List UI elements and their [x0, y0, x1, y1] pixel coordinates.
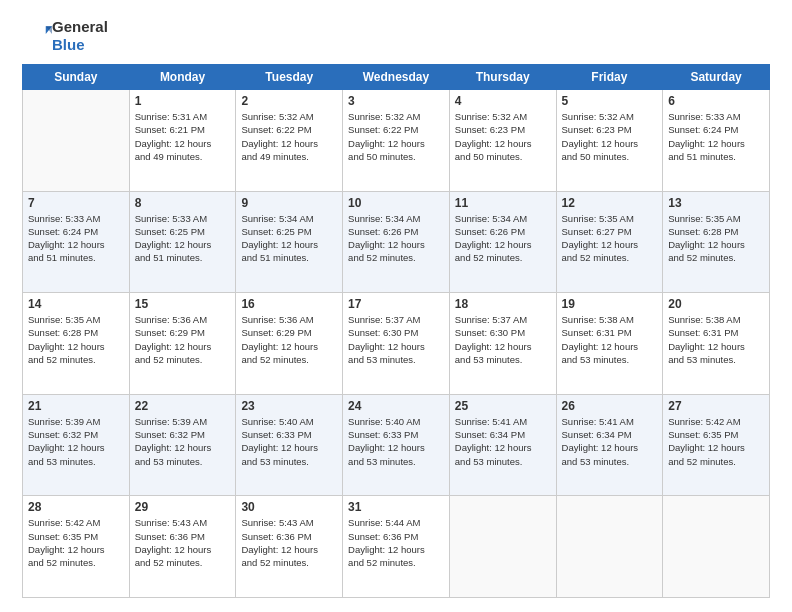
day-details: Sunrise: 5:34 AM Sunset: 6:25 PM Dayligh…	[241, 212, 337, 265]
calendar-cell: 9Sunrise: 5:34 AM Sunset: 6:25 PM Daylig…	[236, 191, 343, 293]
calendar-week-row: 21Sunrise: 5:39 AM Sunset: 6:32 PM Dayli…	[23, 394, 770, 496]
calendar-cell: 27Sunrise: 5:42 AM Sunset: 6:35 PM Dayli…	[663, 394, 770, 496]
calendar-cell: 11Sunrise: 5:34 AM Sunset: 6:26 PM Dayli…	[449, 191, 556, 293]
day-number: 1	[135, 94, 231, 108]
day-details: Sunrise: 5:38 AM Sunset: 6:31 PM Dayligh…	[668, 313, 764, 366]
col-header-sunday: Sunday	[23, 65, 130, 90]
calendar-cell: 20Sunrise: 5:38 AM Sunset: 6:31 PM Dayli…	[663, 293, 770, 395]
day-details: Sunrise: 5:37 AM Sunset: 6:30 PM Dayligh…	[348, 313, 444, 366]
logo-blue: Blue	[52, 36, 85, 53]
day-details: Sunrise: 5:43 AM Sunset: 6:36 PM Dayligh…	[241, 516, 337, 569]
day-number: 15	[135, 297, 231, 311]
day-number: 18	[455, 297, 551, 311]
day-number: 20	[668, 297, 764, 311]
logo: General Blue	[22, 18, 108, 54]
day-details: Sunrise: 5:36 AM Sunset: 6:29 PM Dayligh…	[241, 313, 337, 366]
calendar-cell: 22Sunrise: 5:39 AM Sunset: 6:32 PM Dayli…	[129, 394, 236, 496]
day-number: 3	[348, 94, 444, 108]
day-number: 9	[241, 196, 337, 210]
calendar-cell: 1Sunrise: 5:31 AM Sunset: 6:21 PM Daylig…	[129, 90, 236, 192]
day-number: 27	[668, 399, 764, 413]
col-header-thursday: Thursday	[449, 65, 556, 90]
day-details: Sunrise: 5:34 AM Sunset: 6:26 PM Dayligh…	[455, 212, 551, 265]
day-number: 17	[348, 297, 444, 311]
day-details: Sunrise: 5:39 AM Sunset: 6:32 PM Dayligh…	[135, 415, 231, 468]
day-details: Sunrise: 5:32 AM Sunset: 6:23 PM Dayligh…	[562, 110, 658, 163]
day-number: 22	[135, 399, 231, 413]
logo-general: General	[52, 18, 108, 35]
calendar-week-row: 28Sunrise: 5:42 AM Sunset: 6:35 PM Dayli…	[23, 496, 770, 598]
day-number: 6	[668, 94, 764, 108]
day-number: 12	[562, 196, 658, 210]
day-details: Sunrise: 5:35 AM Sunset: 6:27 PM Dayligh…	[562, 212, 658, 265]
header: General Blue	[22, 18, 770, 54]
day-number: 4	[455, 94, 551, 108]
col-header-saturday: Saturday	[663, 65, 770, 90]
day-details: Sunrise: 5:41 AM Sunset: 6:34 PM Dayligh…	[562, 415, 658, 468]
calendar-cell: 24Sunrise: 5:40 AM Sunset: 6:33 PM Dayli…	[343, 394, 450, 496]
calendar-cell: 29Sunrise: 5:43 AM Sunset: 6:36 PM Dayli…	[129, 496, 236, 598]
day-details: Sunrise: 5:43 AM Sunset: 6:36 PM Dayligh…	[135, 516, 231, 569]
col-header-monday: Monday	[129, 65, 236, 90]
day-details: Sunrise: 5:38 AM Sunset: 6:31 PM Dayligh…	[562, 313, 658, 366]
day-details: Sunrise: 5:33 AM Sunset: 6:24 PM Dayligh…	[28, 212, 124, 265]
day-details: Sunrise: 5:41 AM Sunset: 6:34 PM Dayligh…	[455, 415, 551, 468]
day-number: 28	[28, 500, 124, 514]
calendar-cell: 21Sunrise: 5:39 AM Sunset: 6:32 PM Dayli…	[23, 394, 130, 496]
calendar-cell: 28Sunrise: 5:42 AM Sunset: 6:35 PM Dayli…	[23, 496, 130, 598]
day-number: 24	[348, 399, 444, 413]
calendar-cell: 19Sunrise: 5:38 AM Sunset: 6:31 PM Dayli…	[556, 293, 663, 395]
calendar-week-row: 7Sunrise: 5:33 AM Sunset: 6:24 PM Daylig…	[23, 191, 770, 293]
day-number: 26	[562, 399, 658, 413]
logo-icon	[24, 20, 52, 48]
day-details: Sunrise: 5:32 AM Sunset: 6:22 PM Dayligh…	[348, 110, 444, 163]
calendar-cell: 23Sunrise: 5:40 AM Sunset: 6:33 PM Dayli…	[236, 394, 343, 496]
col-header-tuesday: Tuesday	[236, 65, 343, 90]
day-number: 10	[348, 196, 444, 210]
calendar-header-row: SundayMondayTuesdayWednesdayThursdayFrid…	[23, 65, 770, 90]
calendar-cell	[663, 496, 770, 598]
calendar-cell: 5Sunrise: 5:32 AM Sunset: 6:23 PM Daylig…	[556, 90, 663, 192]
day-details: Sunrise: 5:33 AM Sunset: 6:25 PM Dayligh…	[135, 212, 231, 265]
calendar-cell: 8Sunrise: 5:33 AM Sunset: 6:25 PM Daylig…	[129, 191, 236, 293]
calendar-week-row: 14Sunrise: 5:35 AM Sunset: 6:28 PM Dayli…	[23, 293, 770, 395]
calendar-cell	[449, 496, 556, 598]
day-details: Sunrise: 5:37 AM Sunset: 6:30 PM Dayligh…	[455, 313, 551, 366]
calendar-cell: 7Sunrise: 5:33 AM Sunset: 6:24 PM Daylig…	[23, 191, 130, 293]
calendar-cell: 31Sunrise: 5:44 AM Sunset: 6:36 PM Dayli…	[343, 496, 450, 598]
day-details: Sunrise: 5:32 AM Sunset: 6:23 PM Dayligh…	[455, 110, 551, 163]
col-header-wednesday: Wednesday	[343, 65, 450, 90]
calendar-cell: 10Sunrise: 5:34 AM Sunset: 6:26 PM Dayli…	[343, 191, 450, 293]
day-details: Sunrise: 5:44 AM Sunset: 6:36 PM Dayligh…	[348, 516, 444, 569]
day-number: 7	[28, 196, 124, 210]
day-details: Sunrise: 5:31 AM Sunset: 6:21 PM Dayligh…	[135, 110, 231, 163]
calendar-cell: 14Sunrise: 5:35 AM Sunset: 6:28 PM Dayli…	[23, 293, 130, 395]
calendar-cell: 12Sunrise: 5:35 AM Sunset: 6:27 PM Dayli…	[556, 191, 663, 293]
day-details: Sunrise: 5:35 AM Sunset: 6:28 PM Dayligh…	[28, 313, 124, 366]
calendar-cell: 4Sunrise: 5:32 AM Sunset: 6:23 PM Daylig…	[449, 90, 556, 192]
day-number: 30	[241, 500, 337, 514]
calendar-cell: 16Sunrise: 5:36 AM Sunset: 6:29 PM Dayli…	[236, 293, 343, 395]
day-details: Sunrise: 5:36 AM Sunset: 6:29 PM Dayligh…	[135, 313, 231, 366]
calendar-cell: 6Sunrise: 5:33 AM Sunset: 6:24 PM Daylig…	[663, 90, 770, 192]
day-number: 23	[241, 399, 337, 413]
day-number: 29	[135, 500, 231, 514]
day-number: 2	[241, 94, 337, 108]
day-number: 31	[348, 500, 444, 514]
day-details: Sunrise: 5:34 AM Sunset: 6:26 PM Dayligh…	[348, 212, 444, 265]
day-details: Sunrise: 5:40 AM Sunset: 6:33 PM Dayligh…	[241, 415, 337, 468]
calendar-cell: 25Sunrise: 5:41 AM Sunset: 6:34 PM Dayli…	[449, 394, 556, 496]
day-number: 13	[668, 196, 764, 210]
day-details: Sunrise: 5:35 AM Sunset: 6:28 PM Dayligh…	[668, 212, 764, 265]
calendar-cell: 15Sunrise: 5:36 AM Sunset: 6:29 PM Dayli…	[129, 293, 236, 395]
day-details: Sunrise: 5:39 AM Sunset: 6:32 PM Dayligh…	[28, 415, 124, 468]
day-details: Sunrise: 5:42 AM Sunset: 6:35 PM Dayligh…	[668, 415, 764, 468]
day-number: 21	[28, 399, 124, 413]
day-details: Sunrise: 5:42 AM Sunset: 6:35 PM Dayligh…	[28, 516, 124, 569]
day-number: 14	[28, 297, 124, 311]
calendar-cell: 3Sunrise: 5:32 AM Sunset: 6:22 PM Daylig…	[343, 90, 450, 192]
calendar-cell: 30Sunrise: 5:43 AM Sunset: 6:36 PM Dayli…	[236, 496, 343, 598]
day-number: 5	[562, 94, 658, 108]
day-number: 11	[455, 196, 551, 210]
day-details: Sunrise: 5:40 AM Sunset: 6:33 PM Dayligh…	[348, 415, 444, 468]
